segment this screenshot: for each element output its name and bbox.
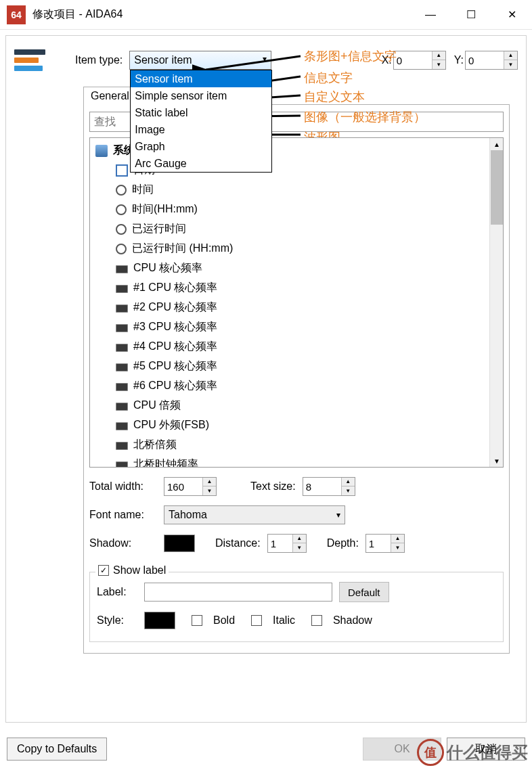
scroll-down[interactable]: ▼ [491,455,503,467]
depth-label: Depth: [327,537,359,549]
item-type-label: Item type: [75,54,123,66]
tree-item[interactable]: CPU 倍频 [91,396,502,415]
text-size-input[interactable] [303,478,341,495]
label-groupbox: ✓ Show label Label: Default Style: Bold … [89,572,504,642]
depth-spinner[interactable]: ▲▼ [365,534,405,553]
item-type-combo[interactable]: Sensor item ▾ Sensor item Simple sensor … [129,51,271,70]
chip-icon [116,442,128,450]
tree-item[interactable]: CPU 核心频率 [91,258,502,278]
total-width-spinner[interactable]: ▲▼ [164,477,217,496]
tree-item[interactable]: #4 CPU 核心频率 [91,337,502,357]
item-type-combo-value: Sensor item [134,54,192,66]
font-name-value: Tahoma [169,509,207,521]
dropdown-opt-graph[interactable]: Graph [131,138,271,155]
maximize-button[interactable]: ☐ [451,0,491,29]
dropdown-opt-simple-sensor[interactable]: Simple sensor item [131,87,271,104]
tab-body: 系统 日期时间时间(HH:mm)已运行时间已运行时间 (HH:mm)CPU 核心… [83,104,510,654]
distance-input[interactable] [268,535,292,552]
chip-icon [116,422,128,430]
y-label: Y: [454,54,464,66]
total-width-input[interactable] [164,478,202,495]
titlebar: 64 修改项目 - AIDA64 — ☐ ✕ [0,0,532,30]
y-spin-down[interactable]: ▼ [504,60,517,69]
tree-item[interactable]: #3 CPU 核心频率 [91,317,502,337]
shadow-checkbox[interactable] [311,615,322,626]
tree-item[interactable]: 时间(HH:mm) [91,200,502,219]
style-label: Style: [97,614,137,627]
show-label-checkbox[interactable]: ✓ Show label [95,564,169,576]
dropdown-opt-arc-gauge[interactable]: Arc Gauge [131,155,271,172]
label-input[interactable] [144,583,332,602]
chip-icon [116,461,128,468]
scroll-up[interactable]: ▲ [491,138,503,150]
clock-icon [116,204,127,215]
show-label-text: Show label [113,564,166,576]
bold-label: Bold [213,614,235,627]
y-spinner[interactable]: ▲▼ [465,51,518,70]
tw-up[interactable]: ▲ [203,478,216,486]
dropdown-opt-static-label[interactable]: Static label [131,104,271,121]
depth-input[interactable] [366,535,391,552]
dropdown-opt-image[interactable]: Image [131,121,271,138]
x-input[interactable] [394,51,432,69]
chip-icon [116,265,128,273]
tree-item[interactable]: 已运行时间 [91,219,502,239]
tw-dn[interactable]: ▼ [203,486,216,495]
total-width-label: Total width: [89,480,157,493]
tree-item[interactable]: #1 CPU 核心频率 [91,278,502,298]
chip-icon [116,344,128,352]
sensor-bars-icon [14,48,48,72]
annotation-3: 自定义文本 [304,89,365,105]
tree-item-label: CPU 外频(FSB) [133,418,209,432]
copy-to-defaults-button[interactable]: Copy to Defaults [7,738,107,761]
chevron-down-icon: ▾ [336,510,340,520]
tree-item[interactable]: #5 CPU 核心频率 [91,357,502,376]
tree-item[interactable]: 北桥时钟频率 [91,455,502,468]
y-input[interactable] [466,51,504,69]
item-type-dropdown: Sensor item Simple sensor item Static la… [130,70,272,173]
x-spin-up[interactable]: ▲ [433,51,445,60]
tree-item-label: #4 CPU 核心频率 [133,340,217,354]
italic-checkbox[interactable] [251,615,262,626]
dep-up[interactable]: ▲ [391,535,404,543]
tree-item-label: 时间 [132,183,154,197]
ts-dn[interactable]: ▼ [342,486,355,495]
distance-label: Distance: [215,537,261,549]
tree-item-label: #5 CPU 核心频率 [133,359,217,373]
dist-up[interactable]: ▲ [293,535,306,543]
tree-item[interactable]: 北桥倍频 [91,435,502,455]
font-name-select[interactable]: Tahoma ▾ [164,505,345,524]
clock-icon [116,185,127,196]
scroll-thumb[interactable] [491,150,503,225]
dep-dn[interactable]: ▼ [391,543,404,552]
bold-checkbox[interactable] [192,615,202,626]
text-size-spinner[interactable]: ▲▼ [303,477,355,496]
tree-item-label: CPU 倍频 [133,399,181,413]
minimize-button[interactable]: — [410,0,451,29]
chip-icon [116,285,128,293]
default-button[interactable]: Default [339,582,389,602]
tree-item-label: #6 CPU 核心频率 [133,379,217,393]
chip-icon [116,324,128,332]
annotation-4: 图像（一般选择背景） [304,109,426,125]
x-spin-down[interactable]: ▼ [433,60,445,69]
y-spin-up[interactable]: ▲ [504,51,517,60]
tree-item[interactable]: 已运行时间 (HH:mm) [91,239,502,258]
tree-scrollbar[interactable]: ▲ ▼ [489,138,503,467]
shadow-label: Shadow: [89,537,157,549]
dropdown-opt-sensor-item[interactable]: Sensor item [131,70,271,87]
tree-item[interactable]: #6 CPU 核心频率 [91,376,502,396]
tree-item[interactable]: 时间 [91,180,502,200]
tree-item[interactable]: #2 CPU 核心频率 [91,298,502,317]
shadow-color[interactable] [164,535,195,552]
close-button[interactable]: ✕ [491,0,532,29]
tree-item[interactable]: CPU 外频(FSB) [91,415,502,435]
x-spinner[interactable]: ▲▼ [393,51,446,70]
watermark: 值 什么值得买 [413,735,532,770]
ts-up[interactable]: ▲ [342,478,355,486]
dist-dn[interactable]: ▼ [293,543,306,552]
clock-icon [116,224,127,235]
distance-spinner[interactable]: ▲▼ [267,534,307,553]
style-color[interactable] [144,612,175,629]
sensor-tree: 系统 日期时间时间(HH:mm)已运行时间已运行时间 (HH:mm)CPU 核心… [89,137,504,468]
